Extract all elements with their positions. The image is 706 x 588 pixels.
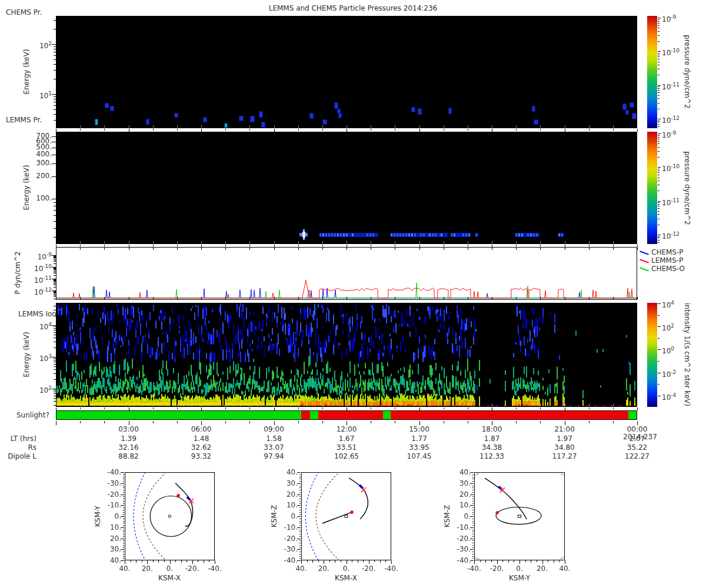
- orbit-x-tick-label: 20.: [135, 564, 159, 573]
- axis-tick: [444, 407, 444, 409]
- axis-tick: [472, 558, 474, 559]
- axis-tick: [395, 248, 395, 250]
- axis-tick: [54, 348, 56, 348]
- axis-tick: [380, 560, 381, 563]
- axis-tick: [492, 421, 492, 425]
- axis-tick: [104, 421, 105, 423]
- lemms-panel-label: LEMMS Pr.: [6, 116, 42, 124]
- axis-tick: [472, 507, 474, 508]
- axis-tick: [472, 479, 474, 479]
- axis-tick: [201, 248, 202, 250]
- orbit-x-tick-label: 0.: [335, 564, 358, 573]
- rs-value: 32.62: [182, 443, 220, 452]
- axis-tick: [54, 366, 56, 367]
- axis-tick: [658, 55, 660, 55]
- axis-tick: [123, 481, 125, 482]
- axis-tick: [80, 248, 81, 250]
- orbit-y-tick-label: -20.: [446, 534, 471, 543]
- axis-tick: [225, 129, 226, 131]
- axis-tick: [444, 245, 444, 246]
- axis-tick: [565, 407, 565, 410]
- axis-tick: [658, 121, 660, 121]
- axis-tick: [54, 237, 56, 238]
- axis-tick: [472, 530, 474, 530]
- axis-tick: [658, 62, 660, 62]
- axis-tick: [123, 487, 125, 488]
- orbit-y-tick-label: 20.: [273, 490, 298, 499]
- axis-tick: [658, 25, 660, 26]
- axis-tick: [123, 501, 125, 502]
- dipole-value: 97.94: [255, 452, 293, 460]
- axis-tick: [658, 139, 660, 139]
- axis-tick: [104, 129, 105, 131]
- axis-tick: [391, 560, 392, 564]
- tick-label: 104: [18, 321, 52, 331]
- axis-tick: [347, 297, 347, 299]
- trajectory-line: [322, 512, 353, 523]
- axis-tick: [658, 126, 660, 127]
- time-tick-label: 06:00: [182, 425, 220, 433]
- axis-tick: [444, 129, 444, 131]
- axis-tick: [658, 178, 660, 178]
- orbit3-xlabel: KSM-Y: [509, 574, 530, 582]
- axis-tick: [274, 421, 275, 425]
- axis-tick: [192, 560, 193, 564]
- axis-tick: [395, 245, 395, 246]
- lt-value: 1.67: [328, 435, 365, 443]
- orbit-x-tick-label: -40.: [203, 564, 227, 573]
- axis-tick: [329, 560, 330, 562]
- sunlight-segment: [56, 411, 301, 419]
- axis-tick: [485, 560, 486, 563]
- sunlight-label: Sunlight?: [16, 411, 49, 419]
- axis-tick: [52, 163, 56, 164]
- ions-spectrogram-canvas: [56, 303, 637, 406]
- orbit-y-tick-label: 20.: [96, 534, 121, 543]
- axis-tick: [658, 23, 660, 24]
- orbit-y-tick-label: -40.: [96, 468, 121, 476]
- axis-tick: [658, 137, 660, 138]
- axis-tick: [444, 248, 444, 250]
- tick-label: 400.: [18, 151, 52, 158]
- axis-tick: [658, 95, 660, 96]
- axis-tick: [153, 421, 154, 423]
- axis-tick: [444, 421, 444, 423]
- axis-tick: [658, 373, 661, 373]
- axis-tick: [249, 297, 250, 299]
- axis-tick: [54, 396, 56, 396]
- ions-spectrogram-panel: [56, 303, 637, 407]
- axis-tick: [540, 407, 541, 409]
- axis-tick: [54, 79, 56, 79]
- axis-tick: [658, 201, 661, 202]
- orbit-x-tick-label: 20.: [531, 564, 554, 573]
- time-tick-label: 15:00: [401, 425, 438, 433]
- axis-tick: [123, 479, 125, 479]
- axis-tick: [472, 540, 474, 541]
- axis-tick: [322, 297, 323, 299]
- axis-tick: [468, 407, 468, 409]
- axis-tick: [658, 206, 660, 206]
- time-tick-label: 03:00: [110, 425, 148, 433]
- axis-tick: [54, 330, 56, 330]
- axis-tick: [472, 523, 474, 523]
- pressure-colorbar-1: [647, 16, 657, 128]
- axis-tick: [56, 407, 56, 410]
- lt-value: 1.48: [182, 435, 220, 443]
- axis-tick: [54, 120, 56, 121]
- axis-tick: [658, 242, 660, 243]
- time-tick-label: 18:00: [473, 425, 511, 433]
- orbit-y-tick-label: -40.: [273, 556, 298, 564]
- axis-tick: [613, 245, 614, 246]
- axis-tick: [472, 532, 474, 532]
- axis-tick: [472, 552, 474, 552]
- time-tick-label: 00:00: [618, 425, 656, 433]
- orbit-y-tick-label: -40.: [446, 556, 471, 564]
- axis-tick: [565, 560, 565, 564]
- orbit-y-tick-label: 0.: [96, 512, 121, 520]
- axis-tick: [658, 191, 660, 191]
- axis-tick: [299, 530, 301, 530]
- axis-tick: [299, 496, 301, 497]
- axis-tick: [525, 560, 526, 562]
- sunlight-segment: [391, 411, 628, 419]
- axis-tick: [249, 421, 250, 423]
- axis-tick: [52, 357, 56, 358]
